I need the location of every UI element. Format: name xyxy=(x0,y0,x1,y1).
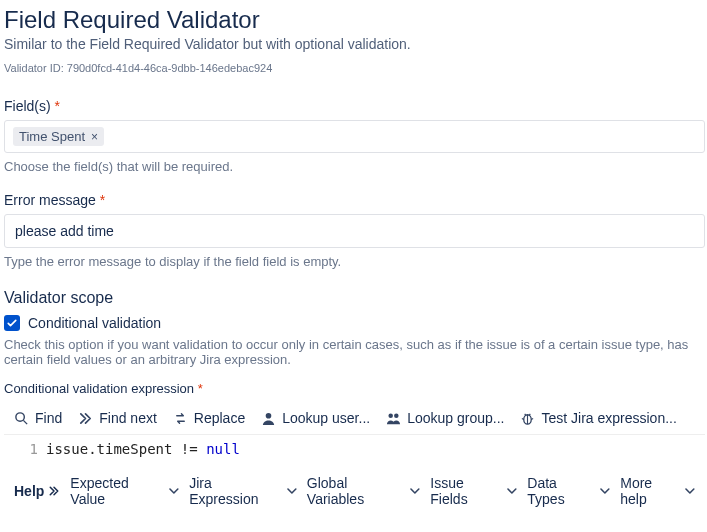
error-message-help: Type the error message to display if the… xyxy=(4,254,705,269)
line-gutter: 1 xyxy=(4,441,46,457)
data-types-dropdown[interactable]: Data Types xyxy=(527,475,610,507)
double-chevron-right-icon xyxy=(48,485,60,497)
issue-fields-dropdown[interactable]: Issue Fields xyxy=(430,475,517,507)
expression-label: Conditional validation expression * xyxy=(4,381,705,396)
chevron-down-icon xyxy=(685,486,695,496)
check-icon xyxy=(6,317,18,329)
validator-scope-heading: Validator scope xyxy=(4,289,705,307)
group-icon xyxy=(386,411,401,426)
expected-value-dropdown[interactable]: Expected Value xyxy=(70,475,179,507)
conditional-validation-checkbox[interactable] xyxy=(4,315,20,331)
chevron-down-icon xyxy=(600,486,610,496)
field-chip[interactable]: Time Spent × xyxy=(13,127,104,146)
jira-expression-dropdown[interactable]: Jira Expression xyxy=(189,475,297,507)
test-expression-button[interactable]: Test Jira expression... xyxy=(520,410,676,426)
global-variables-dropdown[interactable]: Global Variables xyxy=(307,475,420,507)
fields-label: Field(s) * xyxy=(4,98,705,114)
search-icon xyxy=(14,411,29,426)
error-message-label: Error message * xyxy=(4,192,705,208)
validator-id: Validator ID: 790d0fcd-41d4-46ca-9dbb-14… xyxy=(4,62,705,74)
fields-help: Choose the field(s) that will be require… xyxy=(4,159,705,174)
svg-point-0 xyxy=(16,412,24,420)
svg-point-3 xyxy=(389,413,394,418)
more-help-dropdown[interactable]: More help xyxy=(620,475,695,507)
svg-point-2 xyxy=(266,412,272,418)
lookup-user-button[interactable]: Lookup user... xyxy=(261,410,370,426)
code-editor[interactable]: 1 issue.timeSpent != null xyxy=(4,435,705,465)
remove-chip-icon[interactable]: × xyxy=(91,131,98,143)
fields-input[interactable]: Time Spent × xyxy=(4,120,705,153)
field-chip-label: Time Spent xyxy=(19,129,85,144)
validator-scope-description: Check this option if you want validation… xyxy=(4,337,705,367)
user-icon xyxy=(261,411,276,426)
page-subtitle: Similar to the Field Required Validator … xyxy=(4,36,705,52)
find-button[interactable]: Find xyxy=(14,410,62,426)
error-message-input[interactable] xyxy=(4,214,705,248)
svg-line-1 xyxy=(23,420,27,424)
lookup-group-button[interactable]: Lookup group... xyxy=(386,410,504,426)
page-title: Field Required Validator xyxy=(4,6,705,34)
help-button[interactable]: Help xyxy=(14,483,60,499)
code-line[interactable]: issue.timeSpent != null xyxy=(46,441,240,457)
chevron-down-icon xyxy=(410,486,420,496)
replace-icon xyxy=(173,411,188,426)
replace-button[interactable]: Replace xyxy=(173,410,245,426)
double-chevron-right-icon xyxy=(78,411,93,426)
conditional-validation-label: Conditional validation xyxy=(28,315,161,331)
svg-point-4 xyxy=(394,413,399,418)
chevron-down-icon xyxy=(507,486,517,496)
chevron-down-icon xyxy=(287,486,297,496)
chevron-down-icon xyxy=(169,486,179,496)
find-next-button[interactable]: Find next xyxy=(78,410,157,426)
editor-toolbar: Find Find next Replace Lookup user... Lo… xyxy=(4,402,705,435)
bug-icon xyxy=(520,411,535,426)
editor-bottombar: Help Expected Value Jira Expression Glob… xyxy=(4,465,705,515)
